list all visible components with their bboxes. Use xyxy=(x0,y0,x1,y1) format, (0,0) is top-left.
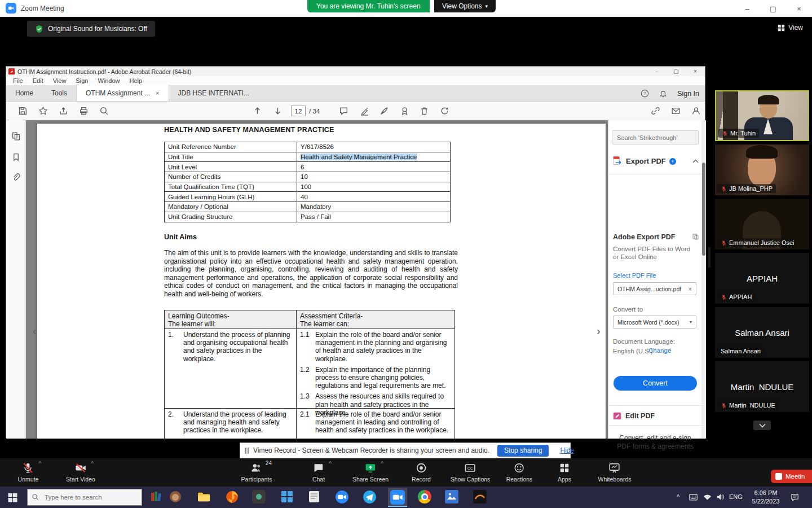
menu-help[interactable]: Help xyxy=(130,77,143,84)
sign-in-button[interactable]: Sign In xyxy=(677,90,699,98)
view-button[interactable]: View xyxy=(778,24,803,32)
selected-file-box[interactable]: OTHM Assig...uction.pdf × xyxy=(613,282,696,295)
search-icon[interactable] xyxy=(99,106,109,116)
taskbar-app-notes[interactable] xyxy=(307,490,322,505)
unmute-button[interactable]: ^ Unmute xyxy=(18,462,39,483)
minimize-button[interactable]: – xyxy=(734,0,760,17)
taskbar-zoom-circle[interactable] xyxy=(335,490,350,505)
next-page-icon[interactable] xyxy=(273,106,283,116)
participant-tile-salman[interactable]: Salman Ansari Salman Ansari xyxy=(715,307,809,358)
tab-close-icon[interactable]: × xyxy=(156,90,159,97)
taskbar-clock[interactable]: 6:06 PM 5/22/2023 xyxy=(748,489,784,506)
acrobat-close-button[interactable]: × xyxy=(686,67,705,76)
tab-document-jdb[interactable]: JDB HSE INTERNATI... xyxy=(169,85,258,101)
taskbar-chrome[interactable] xyxy=(418,490,433,505)
export-pdf-section-header[interactable]: Export PDF + xyxy=(612,156,699,167)
link-icon[interactable] xyxy=(651,106,660,116)
whiteboards-button[interactable]: Whiteboards xyxy=(598,462,632,483)
page-thumbnails-icon[interactable] xyxy=(11,132,21,141)
stop-sharing-button[interactable]: Stop sharing xyxy=(497,445,549,457)
save-icon[interactable] xyxy=(18,106,28,116)
participant-tile-appiah[interactable]: APPIAH APPIAH xyxy=(715,253,809,304)
next-page-chevron[interactable]: › xyxy=(597,325,601,338)
apps-button[interactable]: Apps xyxy=(558,462,571,483)
menu-file[interactable]: File xyxy=(13,77,23,84)
participant-tile-martin[interactable]: Martin NDULUE Martin NDULUE xyxy=(715,361,809,412)
page-number-input[interactable] xyxy=(291,106,306,116)
acrobat-minimize-button[interactable]: – xyxy=(647,67,667,76)
convert-button[interactable]: Convert xyxy=(614,376,697,391)
edit-pdf-row[interactable]: Edit PDF xyxy=(613,412,698,419)
sign-pen-icon[interactable] xyxy=(379,106,389,116)
volume-icon[interactable] xyxy=(717,493,725,501)
start-video-button[interactable]: ^ Start Video xyxy=(66,462,95,483)
format-dropdown[interactable]: Microsoft Word (*.docx) ▾ xyxy=(613,316,696,329)
taskbar-app-blue-grid[interactable] xyxy=(280,490,295,505)
tools-search-input[interactable] xyxy=(612,130,699,144)
rotate-pages-icon[interactable] xyxy=(440,106,449,116)
participant-tile-jb-molina[interactable]: JB Molina_PHP xyxy=(715,144,809,195)
copy-link-icon[interactable] xyxy=(692,233,699,240)
chat-button[interactable]: ^ Chat xyxy=(312,462,325,483)
taskbar-file-explorer[interactable] xyxy=(197,490,211,505)
remove-file-icon[interactable]: × xyxy=(689,286,692,292)
record-button[interactable]: Record xyxy=(412,462,431,483)
taskbar-app-orange-wave[interactable] xyxy=(473,490,488,505)
tab-tools[interactable]: Tools xyxy=(42,85,76,101)
taskbar-photos[interactable] xyxy=(445,490,460,505)
print-icon[interactable] xyxy=(79,106,89,116)
language-indicator[interactable]: ENG xyxy=(729,493,743,500)
email-icon[interactable] xyxy=(671,106,681,116)
attachments-icon[interactable] xyxy=(11,173,21,182)
touch-keyboard-icon[interactable] xyxy=(689,494,698,501)
chevron-up-icon[interactable]: ^ xyxy=(329,461,332,467)
chevron-up-icon[interactable]: ^ xyxy=(38,461,41,467)
collapse-participants-button[interactable] xyxy=(753,421,771,430)
acrobat-restore-button[interactable]: ▢ xyxy=(667,67,686,76)
reactions-button[interactable]: Reactions xyxy=(506,462,533,483)
tab-home[interactable]: Home xyxy=(6,85,42,101)
participants-button[interactable]: 24 Participants xyxy=(241,462,272,483)
menu-window[interactable]: Window xyxy=(98,77,120,84)
menu-edit[interactable]: Edit xyxy=(33,77,43,84)
menu-view[interactable]: View xyxy=(53,77,67,84)
chevron-up-icon[interactable]: ^ xyxy=(91,461,94,467)
participant-tile-emmanuel[interactable]: Emmanuel Justice Osei xyxy=(715,199,809,249)
chevron-up-icon[interactable]: ^ xyxy=(381,461,383,467)
change-language-link[interactable]: Change xyxy=(648,347,671,354)
start-button[interactable] xyxy=(8,493,17,502)
bookmarks-icon[interactable] xyxy=(11,152,21,162)
share-screen-button[interactable]: ^ Share Screen xyxy=(352,462,389,483)
collapse-chevron-icon[interactable] xyxy=(692,159,699,163)
taskbar-app-books[interactable] xyxy=(149,490,164,505)
previous-page-chevron[interactable]: ‹ xyxy=(33,325,37,338)
original-sound-button[interactable]: Original Sound for Musicians: Off xyxy=(27,21,155,37)
notifications-bell-icon[interactable] xyxy=(659,90,667,98)
scrollbar-thumb[interactable] xyxy=(702,163,705,256)
taskbar-zoom-active[interactable] xyxy=(390,490,405,505)
taskbar-browser-orange[interactable] xyxy=(225,490,240,505)
previous-page-icon[interactable] xyxy=(253,106,262,116)
maximize-button[interactable]: ▢ xyxy=(760,0,786,17)
taskbar-app-dark[interactable] xyxy=(252,490,267,505)
delete-pages-icon[interactable] xyxy=(420,106,429,116)
close-button[interactable]: × xyxy=(786,0,812,17)
help-icon[interactable]: ? xyxy=(641,89,649,98)
participant-tile-mr-tuhin[interactable]: Mr. Tuhin xyxy=(715,90,809,141)
stamp-icon[interactable] xyxy=(400,106,409,116)
taskbar-telegram[interactable] xyxy=(363,490,377,505)
star-icon[interactable] xyxy=(38,106,48,116)
share-file-icon[interactable] xyxy=(59,106,68,116)
panel-resize-handle[interactable] xyxy=(708,247,710,268)
meeting-chip-button[interactable]: Meetin xyxy=(771,470,812,483)
taskbar-search-input[interactable] xyxy=(27,489,142,506)
highlighter-icon[interactable] xyxy=(360,106,369,116)
menu-sign[interactable]: Sign xyxy=(76,77,88,84)
view-options-button[interactable]: View Options ▾ xyxy=(434,0,496,12)
comment-icon[interactable] xyxy=(339,106,348,116)
network-icon[interactable] xyxy=(703,494,712,501)
account-icon[interactable] xyxy=(691,106,701,116)
tab-document-othm[interactable]: OTHM Assignment ... × xyxy=(76,85,168,101)
action-center-icon[interactable] xyxy=(791,493,799,501)
tray-expand-caret[interactable]: ^ xyxy=(677,493,679,500)
